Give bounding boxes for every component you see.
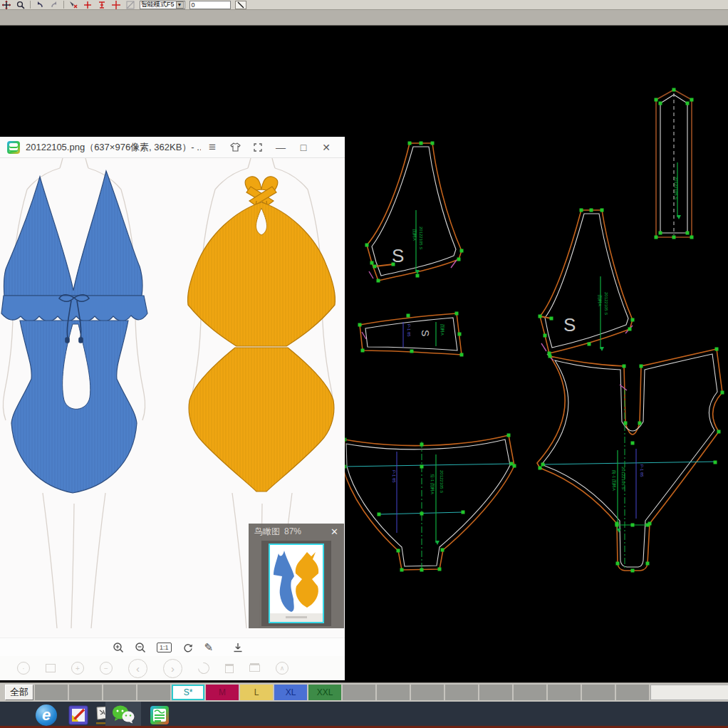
- pattern-point[interactable]: [416, 274, 420, 278]
- rotate-secondary-icon[interactable]: [196, 660, 212, 677]
- pattern-point[interactable]: [640, 365, 643, 368]
- pattern-piece-strap[interactable]: 20122105 S: [656, 90, 692, 237]
- pattern-point[interactable]: [420, 465, 424, 469]
- image-viewer-app-icon[interactable]: [150, 705, 170, 725]
- navigator-viewport[interactable]: [269, 544, 324, 623]
- pattern-point[interactable]: [438, 568, 442, 571]
- pattern-point[interactable]: [672, 236, 676, 239]
- pattern-piece-waistband[interactable]: P-1 85 S 面料A: [360, 313, 462, 355]
- maximize-button[interactable]: □: [292, 137, 315, 158]
- pattern-point[interactable]: [631, 524, 635, 527]
- size-cell-empty[interactable]: [377, 685, 410, 700]
- pattern-point[interactable]: [623, 365, 626, 368]
- pattern-point[interactable]: [358, 323, 362, 327]
- navigator-close-icon[interactable]: ✕: [331, 526, 338, 537]
- pattern-point[interactable]: [631, 569, 635, 573]
- previous-image-button[interactable]: ‹: [128, 659, 147, 678]
- pattern-point[interactable]: [460, 353, 464, 357]
- pattern-point[interactable]: [550, 317, 553, 321]
- zoom-out-icon[interactable]: [135, 642, 146, 653]
- download-icon[interactable]: [232, 642, 244, 653]
- size-cell-empty[interactable]: [103, 685, 136, 700]
- pattern-point[interactable]: [455, 312, 459, 316]
- pattern-point[interactable]: [600, 209, 604, 212]
- pattern-point[interactable]: [539, 315, 542, 318]
- pattern-point[interactable]: [646, 524, 650, 527]
- pattern-point[interactable]: [624, 422, 628, 425]
- pattern-point[interactable]: [420, 512, 424, 516]
- zoom-in-secondary-icon[interactable]: +: [71, 662, 84, 675]
- size-cell-empty[interactable]: [69, 685, 102, 700]
- pattern-piece-cup-right[interactable]: 20122105 S 面料A S: [540, 210, 633, 353]
- pattern-point[interactable]: [410, 350, 414, 353]
- pattern-point[interactable]: [507, 434, 511, 437]
- pattern-point[interactable]: [659, 102, 662, 105]
- pattern-point[interactable]: [615, 524, 619, 527]
- size-cell-empty[interactable]: [582, 685, 615, 700]
- crop-icon[interactable]: [46, 664, 56, 672]
- pattern-point[interactable]: [588, 343, 591, 346]
- viewer-titlebar[interactable]: 20122105.png（637×976像素, 362KB）- ... ≡ — …: [0, 137, 345, 158]
- close-button[interactable]: ✕: [315, 137, 338, 158]
- pattern-point[interactable]: [400, 568, 404, 572]
- pattern-point[interactable]: [580, 209, 583, 212]
- pattern-point[interactable]: [441, 548, 444, 552]
- pattern-point[interactable]: [638, 422, 642, 425]
- pattern-piece-cup-left[interactable]: 20122105 S 面料A S: [367, 143, 462, 281]
- rotate-icon[interactable]: [182, 642, 194, 653]
- pattern-point[interactable]: [420, 142, 423, 145]
- pattern-point[interactable]: [690, 236, 694, 239]
- size-cell-XL[interactable]: XL: [274, 685, 307, 700]
- pattern-point[interactable]: [717, 430, 721, 434]
- pattern-point[interactable]: [715, 348, 719, 351]
- size-cell-empty[interactable]: [343, 685, 375, 700]
- pattern-point[interactable]: [431, 142, 435, 145]
- pattern-point[interactable]: [672, 88, 676, 92]
- pattern-point[interactable]: [714, 461, 717, 464]
- viewer-image-area[interactable]: 鸟瞰图 87% ✕: [0, 158, 345, 638]
- pattern-point[interactable]: [462, 511, 465, 514]
- size-cell-L[interactable]: L: [240, 685, 273, 700]
- pattern-point[interactable]: [510, 462, 514, 466]
- zoom-in-icon[interactable]: [113, 642, 124, 653]
- pattern-point[interactable]: [541, 463, 545, 467]
- print-icon[interactable]: [249, 665, 260, 672]
- browser-icon[interactable]: e: [36, 704, 57, 726]
- pattern-point[interactable]: [686, 102, 690, 105]
- pattern-point[interactable]: [365, 244, 369, 247]
- size-cell-empty[interactable]: [445, 685, 478, 700]
- pattern-point[interactable]: [548, 355, 552, 358]
- pattern-point[interactable]: [544, 334, 547, 338]
- size-cell-empty[interactable]: [616, 685, 649, 700]
- pattern-point[interactable]: [655, 98, 658, 102]
- pattern-point[interactable]: [616, 562, 620, 566]
- size-cell-empty[interactable]: [479, 685, 512, 700]
- next-image-button[interactable]: ›: [163, 659, 182, 678]
- fullscreen-icon[interactable]: [246, 137, 269, 158]
- pattern-point[interactable]: [407, 314, 410, 318]
- size-cell-empty[interactable]: [411, 685, 444, 700]
- pattern-point[interactable]: [370, 261, 374, 265]
- pattern-point[interactable]: [458, 333, 462, 336]
- minimize-button[interactable]: —: [269, 137, 292, 158]
- size-cell-empty[interactable]: [548, 685, 581, 700]
- pattern-point[interactable]: [590, 209, 593, 212]
- actual-size-icon[interactable]: 1:1: [157, 643, 172, 652]
- zoom-out-secondary-icon[interactable]: −: [100, 662, 113, 675]
- pattern-point[interactable]: [361, 349, 365, 353]
- pattern-piece-body-front[interactable]: 20122105 S 前-1 面料A P-1 85: [537, 349, 722, 571]
- pattern-point[interactable]: [686, 232, 690, 235]
- pattern-point[interactable]: [631, 318, 635, 322]
- pattern-point[interactable]: [721, 391, 724, 395]
- pattern-point[interactable]: [460, 249, 464, 253]
- size-cell-S[interactable]: S*: [172, 685, 204, 700]
- all-sizes-button[interactable]: 全部: [5, 685, 33, 700]
- pattern-point[interactable]: [420, 568, 424, 572]
- skin-theme-icon[interactable]: [224, 137, 246, 158]
- size-cell-empty[interactable]: [35, 685, 68, 700]
- size-cell-empty[interactable]: [137, 685, 170, 700]
- pattern-point[interactable]: [646, 562, 650, 566]
- pattern-point[interactable]: [631, 442, 635, 445]
- size-cell-empty[interactable]: [514, 685, 546, 700]
- pattern-point[interactable]: [655, 236, 658, 239]
